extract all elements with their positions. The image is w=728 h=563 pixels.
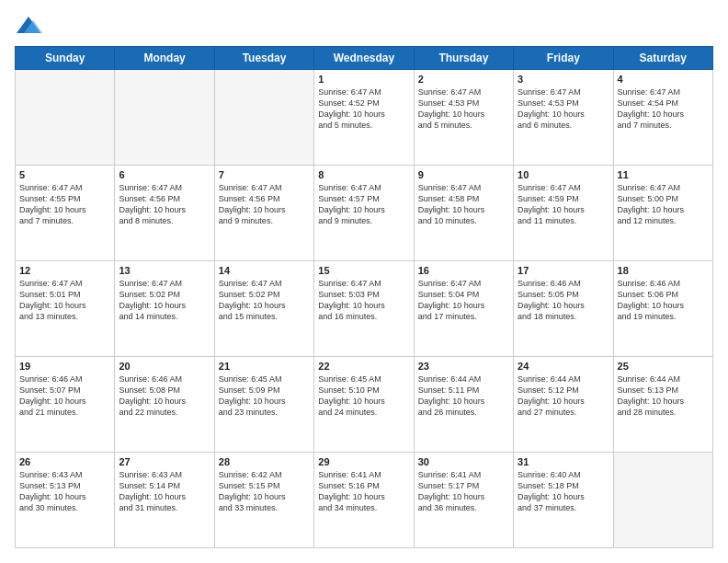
day-number: 16 bbox=[418, 265, 509, 276]
day-number: 23 bbox=[418, 361, 509, 372]
day-number: 10 bbox=[518, 169, 609, 180]
calendar-cell: 14Sunrise: 6:47 AM Sunset: 5:02 PM Dayli… bbox=[214, 261, 313, 357]
day-number: 15 bbox=[318, 265, 409, 276]
cell-daylight-info: Sunrise: 6:46 AM Sunset: 5:08 PM Dayligh… bbox=[119, 373, 210, 419]
day-number: 25 bbox=[618, 361, 709, 372]
calendar-cell: 25Sunrise: 6:44 AM Sunset: 5:13 PM Dayli… bbox=[613, 357, 712, 453]
cell-daylight-info: Sunrise: 6:46 AM Sunset: 5:06 PM Dayligh… bbox=[618, 278, 709, 323]
header bbox=[15, 15, 713, 37]
day-number: 28 bbox=[219, 456, 310, 467]
cell-daylight-info: Sunrise: 6:44 AM Sunset: 5:13 PM Dayligh… bbox=[618, 373, 709, 419]
day-number: 4 bbox=[618, 74, 709, 85]
day-number: 30 bbox=[418, 456, 509, 467]
day-number: 3 bbox=[518, 74, 609, 85]
day-number: 1 bbox=[318, 74, 409, 85]
day-number: 11 bbox=[618, 169, 709, 180]
day-number: 9 bbox=[418, 169, 509, 180]
cell-daylight-info: Sunrise: 6:47 AM Sunset: 4:56 PM Dayligh… bbox=[219, 182, 310, 227]
day-number: 7 bbox=[219, 169, 310, 180]
calendar-cell: 28Sunrise: 6:42 AM Sunset: 5:15 PM Dayli… bbox=[214, 453, 313, 548]
day-number: 14 bbox=[219, 265, 310, 276]
calendar-cell: 5Sunrise: 6:47 AM Sunset: 4:55 PM Daylig… bbox=[16, 166, 115, 261]
day-number: 5 bbox=[19, 169, 110, 180]
cell-daylight-info: Sunrise: 6:43 AM Sunset: 5:14 PM Dayligh… bbox=[119, 469, 210, 514]
calendar-cell: 6Sunrise: 6:47 AM Sunset: 4:56 PM Daylig… bbox=[115, 166, 214, 261]
calendar-cell: 24Sunrise: 6:44 AM Sunset: 5:12 PM Dayli… bbox=[514, 357, 613, 453]
calendar-cell: 12Sunrise: 6:47 AM Sunset: 5:01 PM Dayli… bbox=[16, 261, 115, 357]
calendar-cell: 23Sunrise: 6:44 AM Sunset: 5:11 PM Dayli… bbox=[414, 357, 513, 453]
calendar-cell: 27Sunrise: 6:43 AM Sunset: 5:14 PM Dayli… bbox=[115, 453, 214, 548]
calendar-cell: 8Sunrise: 6:47 AM Sunset: 4:57 PM Daylig… bbox=[314, 166, 414, 261]
cell-daylight-info: Sunrise: 6:47 AM Sunset: 4:53 PM Dayligh… bbox=[418, 86, 509, 132]
cell-daylight-info: Sunrise: 6:44 AM Sunset: 5:11 PM Dayligh… bbox=[418, 373, 509, 419]
calendar-cell: 11Sunrise: 6:47 AM Sunset: 5:00 PM Dayli… bbox=[613, 166, 712, 261]
day-number: 18 bbox=[618, 265, 709, 276]
day-number: 21 bbox=[219, 361, 310, 372]
cell-daylight-info: Sunrise: 6:47 AM Sunset: 4:52 PM Dayligh… bbox=[318, 86, 409, 132]
day-number: 2 bbox=[418, 74, 509, 85]
calendar-week-4: 19Sunrise: 6:46 AM Sunset: 5:07 PM Dayli… bbox=[16, 357, 713, 453]
calendar-cell: 22Sunrise: 6:45 AM Sunset: 5:10 PM Dayli… bbox=[314, 357, 414, 453]
calendar-cell: 19Sunrise: 6:46 AM Sunset: 5:07 PM Dayli… bbox=[16, 357, 115, 453]
calendar-cell: 3Sunrise: 6:47 AM Sunset: 4:53 PM Daylig… bbox=[514, 70, 613, 166]
weekday-header-thursday: Thursday bbox=[414, 47, 513, 70]
calendar-table: SundayMondayTuesdayWednesdayThursdayFrid… bbox=[15, 46, 713, 548]
cell-daylight-info: Sunrise: 6:47 AM Sunset: 4:56 PM Dayligh… bbox=[119, 182, 210, 227]
cell-daylight-info: Sunrise: 6:47 AM Sunset: 4:53 PM Dayligh… bbox=[518, 86, 609, 132]
calendar-cell: 4Sunrise: 6:47 AM Sunset: 4:54 PM Daylig… bbox=[613, 70, 712, 166]
cell-daylight-info: Sunrise: 6:46 AM Sunset: 5:07 PM Dayligh… bbox=[19, 373, 110, 419]
day-number: 29 bbox=[318, 456, 409, 467]
calendar-cell: 13Sunrise: 6:47 AM Sunset: 5:02 PM Dayli… bbox=[115, 261, 214, 357]
logo bbox=[15, 15, 46, 37]
logo-icon bbox=[15, 15, 42, 37]
weekday-header-row: SundayMondayTuesdayWednesdayThursdayFrid… bbox=[16, 47, 713, 70]
calendar-cell: 2Sunrise: 6:47 AM Sunset: 4:53 PM Daylig… bbox=[414, 70, 513, 166]
weekday-header-friday: Friday bbox=[514, 47, 613, 70]
cell-daylight-info: Sunrise: 6:47 AM Sunset: 5:03 PM Dayligh… bbox=[318, 278, 409, 323]
day-number: 13 bbox=[119, 265, 210, 276]
cell-daylight-info: Sunrise: 6:47 AM Sunset: 4:57 PM Dayligh… bbox=[318, 182, 409, 227]
cell-daylight-info: Sunrise: 6:47 AM Sunset: 5:02 PM Dayligh… bbox=[119, 278, 210, 323]
calendar-cell: 31Sunrise: 6:40 AM Sunset: 5:18 PM Dayli… bbox=[514, 453, 613, 548]
calendar-cell bbox=[16, 70, 115, 166]
calendar-cell: 29Sunrise: 6:41 AM Sunset: 5:16 PM Dayli… bbox=[314, 453, 414, 548]
cell-daylight-info: Sunrise: 6:45 AM Sunset: 5:09 PM Dayligh… bbox=[219, 373, 310, 419]
day-number: 31 bbox=[518, 456, 609, 467]
day-number: 24 bbox=[518, 361, 609, 372]
calendar-week-5: 26Sunrise: 6:43 AM Sunset: 5:13 PM Dayli… bbox=[16, 453, 713, 548]
cell-daylight-info: Sunrise: 6:46 AM Sunset: 5:05 PM Dayligh… bbox=[518, 278, 609, 323]
day-number: 19 bbox=[19, 361, 110, 372]
calendar-cell bbox=[115, 70, 214, 166]
cell-daylight-info: Sunrise: 6:47 AM Sunset: 5:01 PM Dayligh… bbox=[19, 278, 110, 323]
cell-daylight-info: Sunrise: 6:43 AM Sunset: 5:13 PM Dayligh… bbox=[19, 469, 110, 514]
cell-daylight-info: Sunrise: 6:41 AM Sunset: 5:17 PM Dayligh… bbox=[418, 469, 509, 514]
calendar-cell: 10Sunrise: 6:47 AM Sunset: 4:59 PM Dayli… bbox=[514, 166, 613, 261]
calendar-week-2: 5Sunrise: 6:47 AM Sunset: 4:55 PM Daylig… bbox=[16, 166, 713, 261]
day-number: 8 bbox=[318, 169, 409, 180]
weekday-header-tuesday: Tuesday bbox=[214, 47, 313, 70]
calendar-cell: 16Sunrise: 6:47 AM Sunset: 5:04 PM Dayli… bbox=[414, 261, 513, 357]
calendar-cell: 7Sunrise: 6:47 AM Sunset: 4:56 PM Daylig… bbox=[214, 166, 313, 261]
cell-daylight-info: Sunrise: 6:47 AM Sunset: 4:58 PM Dayligh… bbox=[418, 182, 509, 227]
calendar-cell: 30Sunrise: 6:41 AM Sunset: 5:17 PM Dayli… bbox=[414, 453, 513, 548]
day-number: 17 bbox=[518, 265, 609, 276]
calendar-cell: 17Sunrise: 6:46 AM Sunset: 5:05 PM Dayli… bbox=[514, 261, 613, 357]
cell-daylight-info: Sunrise: 6:42 AM Sunset: 5:15 PM Dayligh… bbox=[219, 469, 310, 514]
calendar-cell: 9Sunrise: 6:47 AM Sunset: 4:58 PM Daylig… bbox=[414, 166, 513, 261]
weekday-header-monday: Monday bbox=[115, 47, 214, 70]
day-number: 26 bbox=[19, 456, 110, 467]
cell-daylight-info: Sunrise: 6:40 AM Sunset: 5:18 PM Dayligh… bbox=[518, 469, 609, 514]
weekday-header-sunday: Sunday bbox=[16, 47, 115, 70]
cell-daylight-info: Sunrise: 6:47 AM Sunset: 4:55 PM Dayligh… bbox=[19, 182, 110, 227]
calendar-cell: 15Sunrise: 6:47 AM Sunset: 5:03 PM Dayli… bbox=[314, 261, 414, 357]
calendar-cell: 1Sunrise: 6:47 AM Sunset: 4:52 PM Daylig… bbox=[314, 70, 414, 166]
weekday-header-wednesday: Wednesday bbox=[314, 47, 414, 70]
calendar-cell: 20Sunrise: 6:46 AM Sunset: 5:08 PM Dayli… bbox=[115, 357, 214, 453]
page: SundayMondayTuesdayWednesdayThursdayFrid… bbox=[0, 0, 728, 563]
day-number: 12 bbox=[19, 265, 110, 276]
day-number: 27 bbox=[119, 456, 210, 467]
calendar-cell: 18Sunrise: 6:46 AM Sunset: 5:06 PM Dayli… bbox=[613, 261, 712, 357]
cell-daylight-info: Sunrise: 6:47 AM Sunset: 5:00 PM Dayligh… bbox=[618, 182, 709, 227]
calendar-cell: 21Sunrise: 6:45 AM Sunset: 5:09 PM Dayli… bbox=[214, 357, 313, 453]
calendar-cell bbox=[214, 70, 313, 166]
